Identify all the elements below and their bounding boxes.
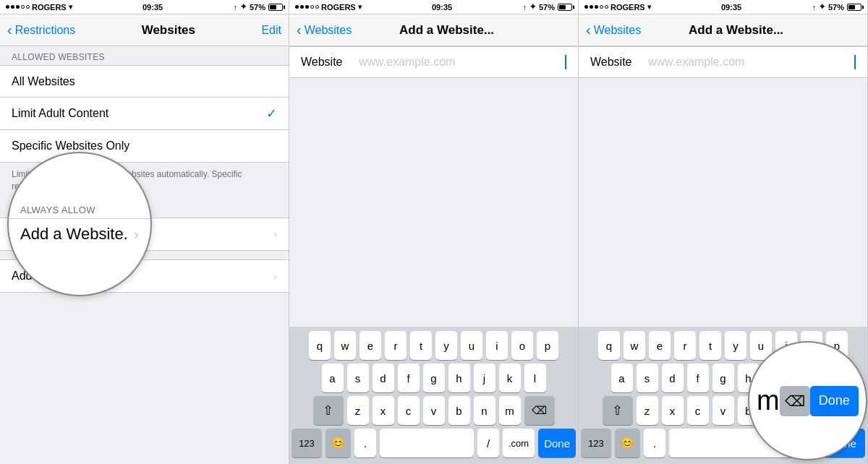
cell-limit-adult-label: Limit Adult Content (12, 107, 266, 120)
key-backspace-2[interactable]: ⌫ (524, 396, 555, 425)
nav-back-1[interactable]: ‹ Restrictions (7, 22, 75, 38)
key-t-2[interactable]: t (410, 331, 432, 360)
key-g-2[interactable]: g (423, 364, 445, 392)
key-space-2[interactable] (380, 429, 474, 457)
key-123-3[interactable]: 123 (581, 429, 611, 457)
location-icon-3: ↑ (812, 3, 816, 12)
key-n-2[interactable]: n (474, 396, 495, 425)
key-h-2[interactable]: h (448, 364, 470, 392)
battery-icon-1 (268, 4, 283, 11)
key-w-2[interactable]: w (334, 331, 356, 360)
key-row-2-4: 123 😊 . / .com Done (292, 429, 576, 457)
key-period-3[interactable]: . (644, 429, 665, 457)
cell-specific-websites[interactable]: Specific Websites Only (0, 130, 289, 162)
key-k-2[interactable]: k (499, 364, 521, 392)
nav-title-1: Websites (142, 23, 195, 38)
key-s-3[interactable]: s (637, 364, 658, 392)
key-dotcom-2[interactable]: .com (503, 429, 535, 457)
key-c-3[interactable]: c (687, 396, 709, 425)
cell-limit-adult[interactable]: Limit Adult Content ✓ (0, 98, 289, 130)
key-g-3[interactable]: g (712, 364, 734, 392)
input-field-3[interactable]: www.example.com (648, 56, 854, 69)
key-c-2[interactable]: c (398, 396, 420, 425)
mag1-section-label: ALWAYS ALLOW (9, 199, 150, 218)
key-p-2[interactable]: p (537, 331, 558, 360)
key-d-3[interactable]: d (662, 364, 684, 392)
dot3-5 (605, 5, 608, 9)
key-q-2[interactable]: q (309, 331, 331, 360)
key-done-2[interactable]: Done (538, 429, 576, 457)
key-i-2[interactable]: i (486, 331, 508, 360)
key-a-2[interactable]: a (322, 364, 344, 392)
location-icon-2: ↑ (522, 3, 527, 12)
key-period-2[interactable]: . (354, 429, 376, 457)
carrier-3: ROGERS (610, 3, 645, 12)
dot5 (26, 5, 30, 9)
key-row-2-2: a s d f g h j k l (292, 364, 576, 392)
nav-back-2[interactable]: ‹ Websites (297, 22, 352, 38)
back-label-3[interactable]: Websites (594, 24, 642, 37)
back-label-2[interactable]: Websites (305, 24, 352, 37)
key-r-3[interactable]: r (674, 331, 696, 360)
cursor-2 (565, 55, 566, 69)
key-u-2[interactable]: u (461, 331, 482, 360)
key-shift-3[interactable]: ⇧ (603, 396, 633, 425)
dot1 (6, 5, 9, 9)
keyboard-2: q w e r t y u i o p a s d f g h j k l ⇧ … (289, 327, 578, 464)
key-t-3[interactable]: t (699, 331, 721, 360)
input-label-3: Website (590, 56, 648, 69)
key-v-2[interactable]: v (423, 396, 445, 425)
nav-title-2: Add a Website... (399, 23, 494, 38)
key-o-2[interactable]: o (511, 331, 533, 360)
key-emoji-3[interactable]: 😊 (615, 429, 640, 457)
nav-action-1[interactable]: Edit (261, 24, 281, 37)
key-b-2[interactable]: b (448, 396, 470, 425)
key-shift-2[interactable]: ⇧ (313, 396, 344, 425)
back-label-1[interactable]: Restrictions (15, 24, 76, 37)
dot3 (16, 5, 20, 9)
key-s-2[interactable]: s (347, 364, 369, 392)
dot2-3 (305, 5, 309, 9)
key-d-2[interactable]: d (373, 364, 394, 392)
key-z-3[interactable]: z (637, 396, 658, 425)
key-x-3[interactable]: x (662, 396, 684, 425)
key-q-3[interactable]: q (598, 331, 620, 360)
magnifier-1: ALWAYS ALLOW Add a Website. › (7, 152, 152, 296)
nav-bar-3: ‹ Websites Add a Website... (579, 14, 867, 46)
key-f-3[interactable]: f (687, 364, 709, 392)
key-emoji-2[interactable]: 😊 (326, 429, 351, 457)
mag3-done-button[interactable]: Done (810, 386, 859, 416)
dot4 (21, 5, 25, 9)
key-slash-2[interactable]: / (477, 429, 499, 457)
key-123-2[interactable]: 123 (292, 429, 322, 457)
time-2: 09:35 (432, 3, 452, 12)
key-w-3[interactable]: w (624, 331, 645, 360)
key-m-2[interactable]: m (499, 396, 521, 425)
signal-dots-1 (6, 5, 30, 9)
status-left-2: ROGERS ▾ (295, 3, 362, 12)
mag1-chevron: › (134, 226, 139, 243)
checkmark-icon: ✓ (266, 106, 277, 121)
key-a-3[interactable]: a (611, 364, 633, 392)
key-f-2[interactable]: f (398, 364, 420, 392)
key-l-2[interactable]: l (524, 364, 546, 392)
location-icon-1: ↑ (233, 3, 237, 12)
cell-all-websites[interactable]: All Websites (0, 66, 289, 98)
key-x-2[interactable]: x (373, 396, 394, 425)
key-j-2[interactable]: j (474, 364, 495, 392)
nav-back-3[interactable]: ‹ Websites (586, 22, 641, 38)
battery-icon-3 (847, 4, 861, 11)
key-y-2[interactable]: y (435, 331, 457, 360)
dot2-4 (310, 5, 314, 9)
key-r-2[interactable]: r (385, 331, 407, 360)
status-left-1: ROGERS ▾ (6, 3, 72, 12)
key-e-3[interactable]: e (649, 331, 671, 360)
input-area-3: Website www.example.com (579, 46, 867, 78)
key-y-3[interactable]: y (725, 331, 746, 360)
input-field-2[interactable]: www.example.com (359, 56, 564, 69)
key-v-3[interactable]: v (712, 396, 734, 425)
key-e-2[interactable]: e (359, 331, 381, 360)
status-right-1: ↑ ✦ 57% (233, 2, 283, 12)
key-z-2[interactable]: z (347, 396, 369, 425)
chevron-icon-2: › (273, 270, 277, 282)
